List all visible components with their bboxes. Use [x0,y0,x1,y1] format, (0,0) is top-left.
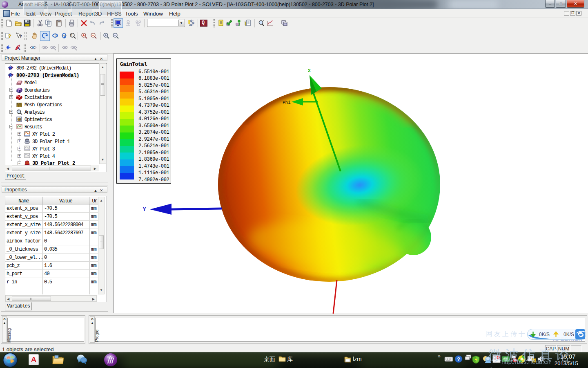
svg-text:X: X [308,68,311,73]
svg-text:?: ? [8,34,11,39]
svg-text:Phi: Phi [283,100,291,105]
svg-text:A: A [533,359,535,363]
svg-text:?: ? [457,356,460,362]
svg-text:Y: Y [143,207,146,213]
svg-text:1: 1 [71,34,73,37]
svg-text:?: ? [19,34,22,39]
